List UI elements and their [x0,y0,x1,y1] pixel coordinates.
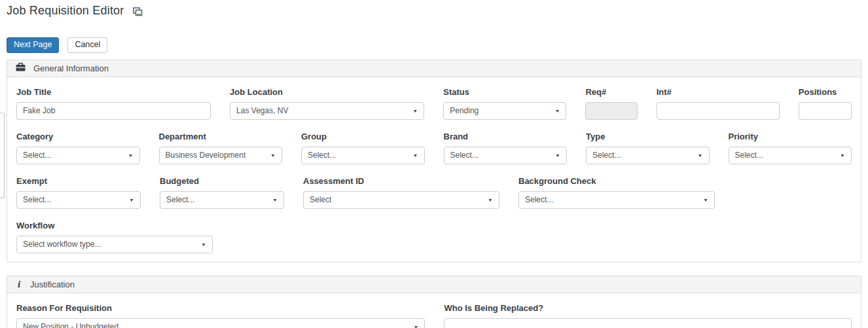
type-select[interactable]: Select... ▼ [586,147,710,164]
job-location-select[interactable]: Las Vegas, NV ▼ [230,102,424,120]
category-field: Category Select... ▼ [16,132,140,164]
collapsed-side-panel-tab[interactable] [0,113,5,198]
chevron-down-icon: ▼ [413,153,418,158]
req-number-input [585,102,637,120]
group-field: Group Select... ▼ [301,132,425,164]
job-requisition-editor-page: Job Requisition Editor Next Page Cancel [0,0,868,328]
priority-select[interactable]: Select... ▼ [729,147,852,164]
general-row-4: Workflow Select workflow type... ▼ [16,221,852,253]
chevron-down-icon: ▼ [129,197,134,202]
general-information-panel: General Information Job Title Job Locati… [7,60,861,263]
req-number-field: Req# [585,87,637,120]
justification-header: i Justification [7,276,861,293]
who-is-being-replaced-input[interactable] [444,318,852,328]
background-check-field: Background Check Select... ▼ [518,176,715,209]
req-number-label: Req# [585,87,637,97]
chevron-down-icon: ▼ [554,108,560,113]
page-header: Job Requisition Editor [0,0,868,18]
who-is-being-replaced-label: Who Is Being Replaced? [444,303,852,313]
priority-label: Priority [729,132,852,141]
int-number-field: Int# [657,87,780,120]
job-title-label: Job Title [16,87,211,97]
category-select[interactable]: Select... ▼ [16,147,140,164]
info-icon: i [16,279,22,290]
exempt-label: Exempt [16,176,141,186]
justification-row-1: Reason For Requisition New Position - Un… [16,303,852,328]
workflow-label: Workflow [16,221,213,230]
brand-label: Brand [444,132,568,141]
budgeted-label: Budgeted [160,176,284,186]
status-label: Status [443,87,566,97]
assessment-id-select[interactable]: Select ▼ [303,191,499,209]
background-check-label: Background Check [518,176,715,186]
clone-pages-icon[interactable] [133,7,143,16]
positions-input[interactable] [799,102,852,120]
justification-body: Reason For Requisition New Position - Un… [7,293,861,328]
chevron-down-icon: ▼ [270,153,276,158]
chevron-down-icon: ▼ [128,153,134,158]
chevron-down-icon: ▼ [488,197,493,202]
reason-for-requisition-select[interactable]: New Position - Unbudgeted ▼ [16,318,425,328]
department-field: Department Business Development ▼ [159,132,283,164]
positions-field: Positions [799,87,852,120]
general-row-2: Category Select... ▼ Department Business… [16,132,852,164]
reason-for-requisition-label: Reason For Requisition [16,303,425,313]
who-is-being-replaced-field: Who Is Being Replaced? [444,303,852,328]
job-title-field: Job Title [16,87,211,120]
next-page-button[interactable]: Next Page [7,37,59,53]
assessment-id-field: Assessment ID Select ▼ [303,176,499,209]
assessment-id-label: Assessment ID [303,176,499,186]
justification-panel: i Justification Reason For Requisition N… [7,276,861,328]
budgeted-select[interactable]: Select... ▼ [160,191,284,209]
chevron-down-icon: ▼ [703,197,708,202]
job-location-label: Job Location [230,87,424,97]
type-label: Type [586,132,710,141]
job-title-input[interactable] [16,102,211,120]
job-location-field: Job Location Las Vegas, NV ▼ [230,87,424,120]
department-label: Department [159,132,283,141]
brand-select[interactable]: Select... ▼ [444,147,568,164]
status-field: Status Pending ▼ [443,87,566,120]
int-number-input[interactable] [657,102,780,120]
page-title: Job Requisition Editor [7,4,124,18]
chevron-down-icon: ▼ [201,242,206,247]
department-select[interactable]: Business Development ▼ [159,147,283,164]
category-label: Category [16,132,140,141]
chevron-down-icon: ▼ [840,153,845,158]
cancel-button[interactable]: Cancel [67,37,107,53]
chevron-down-icon: ▼ [272,197,278,202]
exempt-select[interactable]: Select... ▼ [16,191,141,209]
general-information-title: General Information [33,64,109,73]
exempt-field: Exempt Select... ▼ [16,176,141,209]
chevron-down-icon: ▼ [414,324,419,328]
background-check-select[interactable]: Select... ▼ [518,191,715,209]
int-number-label: Int# [657,87,780,97]
workflow-select[interactable]: Select workflow type... ▼ [16,236,213,253]
chevron-down-icon: ▼ [698,153,703,158]
briefcase-icon [16,62,26,74]
group-select[interactable]: Select... ▼ [301,147,425,164]
general-row-1: Job Title Job Location Las Vegas, NV ▼ S… [16,87,852,120]
budgeted-field: Budgeted Select... ▼ [160,176,284,209]
brand-field: Brand Select... ▼ [444,132,568,164]
positions-label: Positions [799,87,852,97]
status-select[interactable]: Pending ▼ [443,102,566,120]
justification-title: Justification [30,280,75,289]
general-row-3: Exempt Select... ▼ Budgeted Select... ▼ … [16,176,852,209]
chevron-down-icon: ▼ [555,153,560,158]
type-field: Type Select... ▼ [586,132,710,164]
priority-field: Priority Select... ▼ [729,132,852,164]
workflow-field: Workflow Select workflow type... ▼ [16,221,213,253]
general-information-body: Job Title Job Location Las Vegas, NV ▼ S… [7,77,861,262]
chevron-down-icon: ▼ [412,108,418,113]
toolbar: Next Page Cancel [7,37,868,53]
general-information-header: General Information [7,60,861,77]
reason-for-requisition-field: Reason For Requisition New Position - Un… [16,303,425,328]
group-label: Group [301,132,425,141]
